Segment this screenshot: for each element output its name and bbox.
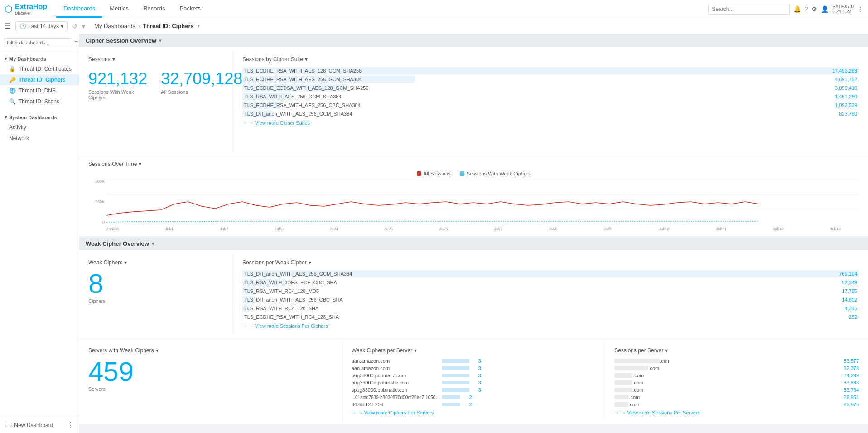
cipher-value-1: 17,496,263 [821,68,857,73]
server-name-3: pug33000.pubmatic.com [352,373,442,378]
my-dashboards-section: ▾ My Dashboards 🔒 Threat ID: Certificate… [0,51,79,110]
sess-server-value-1: 83,577 [832,358,859,364]
settings-icon[interactable]: ⚙ [811,5,817,13]
sidebar-toggle[interactable]: ☰ [5,22,11,30]
scans-icon: 🔍 [9,98,16,105]
servers-weak-header[interactable]: Servers with Weak Ciphers ▾ [88,347,333,354]
view-more-sessions-servers-link[interactable]: → → View more Sessions Per Servers [614,410,859,415]
sidebar-item-certificates[interactable]: 🔒 Threat ID: Certificates [0,63,79,74]
system-dashboards-header[interactable]: ▾ System Dashboards [0,112,79,122]
sessions-per-server-label: Sessions per Server [614,347,663,354]
sidebar-item-dns[interactable]: 🌐 Threat ID: DNS [0,85,79,96]
x-axis-labels: Jun/30 Jul/1 Jul/2 Jul/3 Jul/4 Jul/5 Jul… [88,226,859,231]
server-name-4: pug33000n.pubmatic.com [352,380,442,385]
cipher-suite-label: Sessions by Cipher Suite [242,56,303,63]
new-dashboard-button[interactable]: + + New Dashboard [5,422,53,428]
weak-ciphers-header[interactable]: Weak Ciphers ▾ [88,259,224,266]
breadcrumb-my-dashboards[interactable]: My Dashboards [94,23,135,29]
sidebar-item-network[interactable]: Network [0,133,79,144]
sessions-per-server-header[interactable]: Sessions per Server ▾ [614,347,859,354]
user-icon[interactable]: 👤 [821,5,829,13]
legend-weak-label: Sessions With Weak Ciphers [467,171,531,176]
cipher-session-title: Cipher Session Overview [86,37,156,44]
legend-all-label: All Sessions [424,171,451,176]
wc-name-6: TLS_ECDHE_RSA_WITH_RC4_128_SHA [244,314,821,320]
x-label-jul12: Jul/12 [773,227,784,231]
view-more-ciphers-servers-link[interactable]: → → View more Ciphers Per Servers [352,410,596,415]
sidebar-item-network-label: Network [9,135,29,141]
x-label-jul3: Jul/3 [275,227,283,231]
view-more-sessions-servers-arrow: → [614,410,619,415]
weak-cipher-dropdown[interactable]: ▾ [152,241,154,246]
cipher-row-2: TLS_ECDHE_RSA_WITH_AES_256_GCM_SHA384 4,… [242,76,859,83]
breadcrumb: My Dashboards › Threat ID: Ciphers ▾ [94,23,200,29]
weak-ciphers-big-count: 8 [88,270,224,297]
main-layout: ≡ ▾ My Dashboards 🔒 Threat ID: Certifica… [0,34,868,433]
x-label-jul8: Jul/8 [549,227,558,231]
wc-name-5: TLS_RSA_WITH_RC4_128_SHA [244,306,821,311]
wc-row-6: TLS_ECDHE_RSA_WITH_RC4_128_SHA 252 [242,313,859,321]
x-label-jul13: Jul/13 [830,227,841,231]
x-label-jun30: Jun/30 [106,227,119,231]
menu-icon[interactable]: ⋮ [857,5,863,13]
sidebar-more-icon[interactable]: ⋮ [67,421,74,429]
refresh-settings-icon[interactable]: ▾ [82,23,85,30]
tab-dashboards[interactable]: Dashboards [56,0,102,18]
breadcrumb-sep: › [138,23,140,29]
cipher-session-dropdown[interactable]: ▾ [159,38,161,43]
sidebar-item-activity[interactable]: Activity [0,122,79,133]
refresh-icon[interactable]: ↺ [72,23,77,30]
breadcrumb-threat-ciphers[interactable]: Threat ID: Ciphers [143,23,194,29]
sess-server-row-6: .com 26,951 [614,394,859,400]
server-bar-5 [442,388,469,392]
notifications-icon[interactable]: 🔔 [793,5,801,13]
tab-metrics[interactable]: Metrics [102,0,136,18]
sidebar-item-ciphers[interactable]: 🔑 Threat ID: Ciphers [0,74,79,85]
sess-server-row-5: .com 33,764 [614,387,859,393]
sessions-left-panel: Sessions ▾ 921,132 Sessions With Weak Ci… [79,52,233,151]
view-more-ciphers-link[interactable]: → → View more Cipher Suites [242,120,859,126]
chart-legend: All Sessions Sessions With Weak Ciphers [88,171,859,176]
tab-packets[interactable]: Packets [173,0,208,18]
help-icon[interactable]: ? [805,5,808,13]
wc-name-1: TLS_DH_anon_WITH_AES_256_GCM_SHA384 [244,271,821,277]
wc-row-4: TLS_DH_anon_WITH_AES_256_CBC_SHA 14,602 [242,296,859,303]
server-count-2: 3 [472,365,481,371]
weak-ciphers-count: 921,132 [88,69,147,88]
server-count-1: 3 [472,358,481,364]
cipher-value-5: 1,092,539 [821,102,857,108]
weak-ciphers-count-panel: Weak Ciphers ▾ 8 Ciphers [79,255,233,333]
sess-server-bar-4 [614,380,632,385]
search-input[interactable] [708,4,790,15]
sidebar-item-ciphers-label: Threat ID: Ciphers [19,77,66,83]
cipher-session-panel: Cipher Session Overview ▾ Sessions ▾ 921… [79,34,868,236]
sidebar-item-scans[interactable]: 🔍 Threat ID: Scans [0,96,79,107]
sess-server-bar-1 [614,359,660,363]
weak-ciphers-per-server-header[interactable]: Weak Ciphers per Server ▾ [352,347,596,354]
tab-records[interactable]: Records [136,0,172,18]
sess-server-name-2: .com [648,365,832,371]
server-bar-3 [442,374,469,377]
my-dashboards-header[interactable]: ▾ My Dashboards [0,54,79,63]
server-bar-6 [442,395,460,399]
chart-main [106,179,859,226]
sidebar-sort-icon[interactable]: ≡ [74,39,78,46]
sessions-per-cipher-header[interactable]: Sessions per Weak Cipher ▾ [242,259,859,266]
cipher-suite-header[interactable]: Sessions by Cipher Suite ▾ [242,56,859,63]
server-bar-7 [442,403,460,406]
legend-all-dot [417,171,421,176]
server-row-4: pug33000n.pubmatic.com 3 [352,380,596,385]
sidebar: ≡ ▾ My Dashboards 🔒 Threat ID: Certifica… [0,34,79,433]
dashboard-filter-input[interactable] [4,38,72,47]
time-selector[interactable]: 🕐 Last 14 days ▾ [15,21,68,31]
view-more-sessions-arrow: → [242,323,247,329]
view-more-sessions-ciphers-link[interactable]: → → View more Sessions Per Ciphers [242,323,859,329]
breadcrumb-dropdown-icon[interactable]: ▾ [198,24,200,29]
sessions-over-time-header[interactable]: Sessions Over Time ▾ [88,161,859,167]
sessions-over-time-label: Sessions Over Time [88,161,137,167]
sess-server-row-2: .com 62,378 [614,365,859,371]
sessions-header[interactable]: Sessions ▾ [88,56,224,63]
servers-section: Servers with Weak Ciphers ▾ 459 Servers … [79,338,868,424]
x-label-jul11: Jul/11 [716,227,727,231]
cipher-name-5: TLS_ECDHE_RSA_WITH_AES_256_CBC_SHA384 [244,102,821,108]
